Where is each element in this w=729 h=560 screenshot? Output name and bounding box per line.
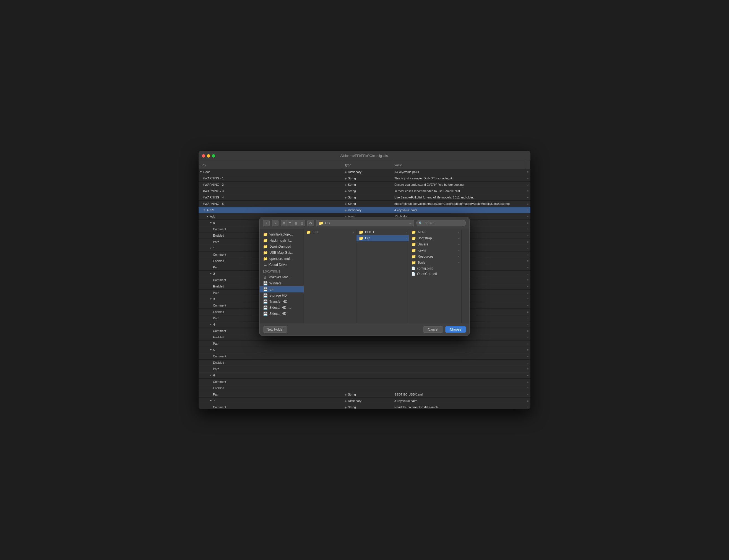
row-action[interactable]: ≡	[525, 264, 531, 270]
sidebar-item-hackintosh[interactable]: 📁 Hackintosh fil...	[260, 237, 304, 244]
file-item-acpi[interactable]: 📁 ACPI ›	[409, 229, 461, 235]
row-action[interactable]: ≡	[525, 245, 531, 251]
maximize-button[interactable]	[212, 154, 215, 158]
sidebar-location-storage[interactable]: 💾 Storage HD	[260, 292, 304, 299]
table-row[interactable]: Enabled ≡	[198, 360, 531, 366]
file-item-boot[interactable]: 📁 BOOT ›	[356, 229, 409, 235]
file-item-opencore-efi[interactable]: 📄 OpenCore.efi	[409, 271, 461, 277]
row-action[interactable]: ≡	[525, 277, 531, 283]
row-action[interactable]: ≡	[525, 328, 531, 334]
sidebar-location-mac[interactable]: 🖥 Mykola's Mac...	[260, 274, 304, 280]
back-button[interactable]: ‹	[263, 220, 270, 226]
row-action[interactable]: ≡	[525, 341, 531, 347]
sidebar-item-vanilla[interactable]: 📁 vanilla-laptop-...	[260, 231, 304, 237]
file-item-bootstrap[interactable]: 📁 Bootstrap ›	[409, 235, 461, 241]
minimize-button[interactable]	[207, 154, 210, 158]
row-action[interactable]: ≡	[525, 391, 531, 397]
file-chooser-dialog: ‹ › ⊞ ☰ ▦ ▤ ⚙ 📁 OC ⌄ 🔍	[259, 217, 470, 336]
table-row[interactable]: #WARNING - 3 ◈String In most cases recom…	[198, 188, 531, 194]
gallery-view-button[interactable]: ▤	[299, 220, 305, 226]
close-button[interactable]	[202, 154, 205, 158]
row-action[interactable]: ≡	[525, 283, 531, 289]
action-button[interactable]: ⚙	[307, 220, 314, 226]
row-action[interactable]: ≡	[525, 334, 531, 340]
table-row[interactable]: #WARNING - 1 ◈String This is just a samp…	[198, 175, 531, 182]
file-item-kexts[interactable]: 📁 Kexts ›	[409, 247, 461, 253]
row-action[interactable]: ≡	[525, 271, 531, 277]
row-action[interactable]: ≡	[525, 258, 531, 264]
row-action[interactable]: ≡	[525, 252, 531, 258]
table-row[interactable]: #WARNING - 2 ◈String Ensure you understa…	[198, 182, 531, 188]
sidebar-location-sidecar1[interactable]: 💾 Sidecar HD -...	[260, 305, 304, 311]
row-action[interactable]: ≡	[525, 207, 531, 213]
table-row[interactable]: Enabled ≡	[198, 385, 531, 391]
row-action[interactable]: ≡	[525, 366, 531, 372]
table-row[interactable]: Comment ◈String Read the comment in dsl …	[198, 404, 531, 409]
row-action[interactable]: ≡	[525, 321, 531, 328]
drive-icon: 💾	[263, 281, 268, 286]
sidebar-location-sidecar2[interactable]: 💾 Sidecar HD	[260, 311, 304, 317]
row-action[interactable]: ≡	[525, 226, 531, 232]
table-row[interactable]: #WARNING - 4 ◈String Use SampleFull.plis…	[198, 194, 531, 201]
row-action[interactable]: ≡	[525, 232, 531, 239]
row-action[interactable]: ≡	[525, 360, 531, 366]
sidebar-item-icloud[interactable]: ☁ iCloud Drive	[260, 262, 304, 268]
row-action[interactable]: ≡	[525, 182, 531, 188]
row-action[interactable]: ≡	[525, 309, 531, 315]
row-action[interactable]: ≡	[525, 353, 531, 359]
file-item-tools[interactable]: 📁 Tools ›	[409, 260, 461, 266]
file-item-efi[interactable]: 📁 EFI ›	[304, 229, 356, 235]
row-action[interactable]: ≡	[525, 379, 531, 385]
table-row[interactable]: Comment ≡	[198, 379, 531, 385]
table-row[interactable]: 5 ≡	[198, 347, 531, 353]
table-row[interactable]: 7 ◈Dictionary 3 key/value pairs ≡	[198, 398, 531, 404]
row-action[interactable]: ≡	[525, 347, 531, 353]
row-action[interactable]: ≡	[525, 290, 531, 296]
row-action[interactable]: ≡	[525, 315, 531, 321]
forward-button[interactable]: ›	[272, 220, 278, 226]
cancel-button[interactable]: Cancel	[423, 326, 443, 333]
choose-button[interactable]: Choose	[445, 326, 466, 333]
value-cell	[392, 385, 525, 391]
file-item-resources[interactable]: 📁 Resources ›	[409, 253, 461, 260]
table-row[interactable]: #WARNING - 5 ◈String https://github.com/…	[198, 201, 531, 207]
sidebar-location-efi[interactable]: 💾 EFI	[260, 286, 304, 292]
row-action[interactable]: ≡	[525, 404, 531, 409]
sidebar-item-opencore[interactable]: 📁 opencore-mul...	[260, 256, 304, 262]
row-action[interactable]: ≡	[525, 220, 531, 226]
row-action[interactable]: ≡	[525, 213, 531, 219]
list-view-button[interactable]: ☰	[287, 220, 293, 226]
table-row[interactable]: Comment ≡	[198, 353, 531, 360]
file-item-oc[interactable]: 📁 OC ›	[356, 235, 409, 241]
sidebar-location-transfer[interactable]: 💾 Transfer HD	[260, 299, 304, 305]
row-action[interactable]: ≡	[525, 398, 531, 404]
table-row[interactable]: Path ≡	[198, 366, 531, 372]
file-item-drivers[interactable]: 📁 Drivers ›	[409, 241, 461, 247]
row-action[interactable]: ≡	[525, 194, 531, 200]
table-row[interactable]: Path ◈String SSDT-EC-USBX.aml ≡	[198, 391, 531, 398]
search-input[interactable]	[423, 221, 462, 225]
column-view-button[interactable]: ▦	[293, 220, 299, 226]
row-action[interactable]: ≡	[525, 372, 531, 378]
location-dropdown[interactable]: 📁 OC ⌄	[316, 220, 414, 226]
row-action[interactable]: ≡	[525, 385, 531, 391]
table-row[interactable]: Path ≡	[198, 341, 531, 347]
row-action[interactable]: ≡	[525, 175, 531, 181]
icon-view-button[interactable]: ⊞	[281, 220, 287, 226]
row-action[interactable]: ≡	[525, 201, 531, 207]
row-action[interactable]: ≡	[525, 239, 531, 245]
row-action[interactable]: ≡	[525, 302, 531, 308]
row-action[interactable]: ≡	[525, 188, 531, 194]
table-row[interactable]: 6 ≡	[198, 372, 531, 379]
folder-icon: 📁	[263, 257, 268, 261]
sidebar-item-dawin[interactable]: 📁 DawinDumped	[260, 244, 304, 250]
sidebar-item-usb[interactable]: 📁 USB-Map-Gui...	[260, 250, 304, 256]
sidebar-location-winders[interactable]: 💾 Winders	[260, 280, 304, 286]
new-folder-button[interactable]: New Folder	[263, 326, 287, 333]
row-action[interactable]: ≡	[525, 296, 531, 302]
table-row[interactable]: ACPI ◈Dictionary 4 key/value pairs ≡	[198, 207, 531, 213]
row-action[interactable]: ≡	[525, 169, 531, 175]
file-item-config-plist[interactable]: 📄 config.plist	[409, 266, 461, 271]
table-row[interactable]: Root ◈Dictionary 13 key/value pairs ≡	[198, 169, 531, 175]
sidebar-item-label: EFI	[269, 287, 274, 291]
